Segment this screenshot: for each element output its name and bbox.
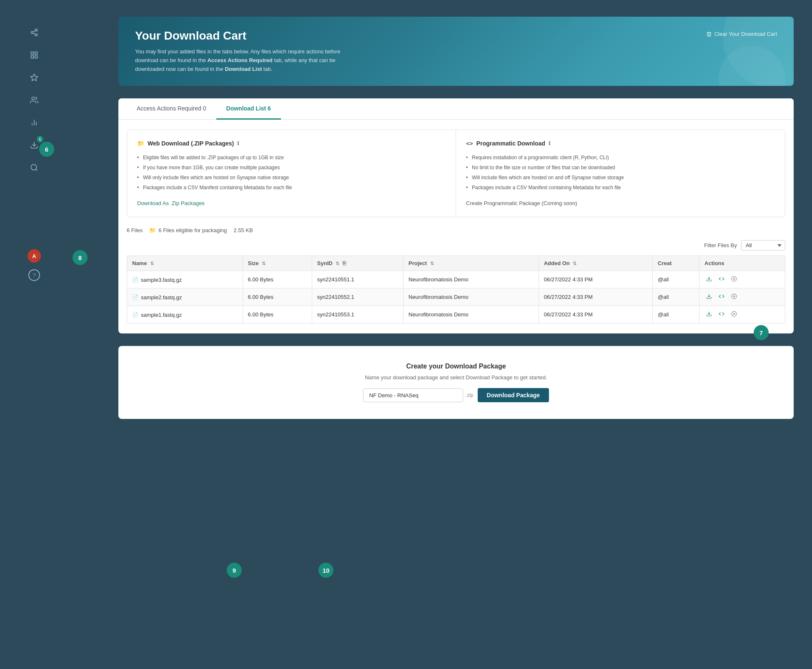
file-count: 6 Files (127, 227, 143, 233)
bullet-item: If you have more than 1GB, you can creat… (137, 163, 446, 173)
remove-action-icon[interactable] (729, 293, 739, 301)
sort-synid-icon[interactable]: ⇅ (336, 261, 339, 266)
download-action-icon[interactable] (704, 310, 714, 319)
programmatic-download-option: <> Programmatic Download ℹ Requires inst… (456, 130, 785, 217)
svg-rect-6 (35, 52, 38, 55)
svg-line-4 (33, 30, 35, 32)
web-download-bullets: Eligible files will be added to .ZIP pac… (137, 153, 446, 193)
table-row: 📄 sample1.fastq.gz 6.00 Bytes syn2241055… (127, 306, 785, 323)
clear-cart-button[interactable]: Clear Your Download Cart (706, 31, 777, 37)
tab-content: 📁 Web Download (.ZIP Packages) ℹ Eligibl… (118, 120, 794, 333)
search-icon[interactable] (27, 160, 42, 175)
folder-icon: 📁 (137, 140, 144, 147)
table-row: 📄 sample2.fastq.gz 6.00 Bytes syn2241055… (127, 288, 785, 306)
bullet-item: No limit to the file size or number of f… (466, 163, 775, 173)
main-panel: Access Actions Required 0 Download List … (118, 98, 794, 333)
clear-cart-label: Clear Your Download Cart (714, 31, 777, 37)
folder-sm-icon: 📁 (149, 227, 156, 233)
header-left: Your Download Cart You may find your add… (135, 29, 352, 73)
cell-project: Neurofibromatosis Demo (403, 271, 539, 288)
svg-rect-7 (31, 56, 34, 58)
sort-added-icon[interactable]: ⇅ (573, 261, 576, 266)
col-size: Size ⇅ (243, 256, 312, 271)
grid-icon[interactable] (27, 48, 42, 63)
cell-actions (699, 288, 785, 306)
package-input-row: .zip Download Package (363, 388, 549, 402)
filter-label: Filter Files By (704, 242, 737, 248)
programmatic-download-title: <> Programmatic Download ℹ (466, 140, 775, 147)
share-icon[interactable] (27, 25, 42, 40)
filter-bar: Filter Files By All Eligible Not Eligibl… (127, 240, 785, 251)
tab-access-actions[interactable]: Access Actions Required 0 (127, 98, 216, 120)
header-card: Your Download Cart You may find your add… (118, 17, 794, 86)
create-package-panel: Create your Download Package Name your d… (118, 346, 794, 419)
cell-actions (699, 306, 785, 323)
download-options: 📁 Web Download (.ZIP Packages) ℹ Eligibl… (127, 130, 785, 217)
download-action-icon[interactable] (704, 275, 714, 284)
annotation-8: 8 (73, 250, 88, 265)
col-actions: Actions (699, 256, 785, 271)
bullet-item: Requires installation of a programmatic … (466, 153, 775, 163)
files-summary: 6 Files 📁 6 Files eligible for packaging… (127, 227, 785, 233)
copy-synid-icon[interactable]: ⎘ (343, 260, 346, 266)
col-name: Name ⇅ (127, 256, 243, 271)
sort-project-icon[interactable]: ⇅ (430, 261, 434, 266)
annotation-9: 9 (227, 563, 242, 578)
svg-point-2 (35, 34, 38, 36)
programmatic-bullets: Requires installation of a programmatic … (466, 153, 775, 193)
help-icon[interactable]: ? (28, 269, 40, 281)
cell-size: 6.00 Bytes (243, 306, 312, 323)
bullet-item: Eligible files will be added to .ZIP pac… (137, 153, 446, 163)
file-icon: 📄 (132, 277, 138, 283)
sort-size-icon[interactable]: ⇅ (262, 261, 266, 266)
eligible-count: 📁 6 Files eligible for packaging (149, 227, 227, 233)
annotation-7: 7 (754, 325, 769, 340)
svg-marker-9 (31, 74, 38, 81)
header-description: You may find your added files in the tab… (135, 48, 352, 73)
programmatic-info-icon[interactable]: ℹ (549, 140, 551, 146)
tabs-bar: Access Actions Required 0 Download List … (118, 98, 794, 120)
col-created: Creat (653, 256, 699, 271)
web-download-option: 📁 Web Download (.ZIP Packages) ℹ Eligibl… (127, 130, 456, 217)
cell-name: 📄 sample3.fastq.gz (127, 271, 243, 288)
star-icon[interactable] (27, 70, 42, 85)
annotation-6: 6 (39, 142, 54, 157)
web-download-title: 📁 Web Download (.ZIP Packages) ℹ (137, 140, 446, 147)
remove-action-icon[interactable] (729, 310, 739, 319)
page-title: Your Download Cart (135, 29, 352, 43)
table-row: 📄 sample3.fastq.gz 6.00 Bytes syn2241055… (127, 271, 785, 288)
cell-added-on: 06/27/2022 4:33 PM (539, 288, 652, 306)
bullet-item: Packages include a CSV Manifest containi… (466, 183, 775, 193)
svg-rect-5 (31, 52, 34, 55)
col-project: Project ⇅ (403, 256, 539, 271)
svg-point-15 (31, 165, 37, 170)
cell-project: Neurofibromatosis Demo (403, 306, 539, 323)
web-download-info-icon[interactable]: ℹ (237, 140, 239, 146)
cell-project: Neurofibromatosis Demo (403, 288, 539, 306)
code-action-icon[interactable] (717, 275, 726, 284)
remove-action-icon[interactable] (729, 275, 739, 284)
svg-line-16 (36, 169, 38, 171)
cell-size: 6.00 Bytes (243, 271, 312, 288)
code-action-icon[interactable] (717, 310, 726, 319)
users-icon[interactable] (27, 93, 42, 108)
sort-name-icon[interactable]: ⇅ (150, 261, 154, 266)
filter-select[interactable]: All Eligible Not Eligible (741, 240, 785, 251)
code-action-icon[interactable] (717, 293, 726, 301)
svg-point-10 (32, 97, 35, 100)
svg-point-0 (35, 29, 38, 31)
package-name-input[interactable] (363, 388, 463, 402)
download-zip-link[interactable]: Download As .Zip Packages (137, 200, 205, 206)
user-avatar[interactable]: A (28, 249, 41, 263)
total-size: 2.55 KB (233, 227, 253, 233)
download-package-button[interactable]: Download Package (478, 388, 549, 402)
cell-synid: syn22410553.1 (312, 306, 403, 323)
cell-added-on: 06/27/2022 4:33 PM (539, 271, 652, 288)
col-added-on: Added On ⇅ (539, 256, 652, 271)
cell-created: @all (653, 288, 699, 306)
cart-badge: 6 (37, 136, 43, 143)
chart-icon[interactable] (27, 115, 42, 130)
download-action-icon[interactable] (704, 293, 714, 301)
tab-download-list[interactable]: Download List 6 (216, 98, 281, 120)
create-package-title: Create your Download Package (406, 363, 506, 370)
